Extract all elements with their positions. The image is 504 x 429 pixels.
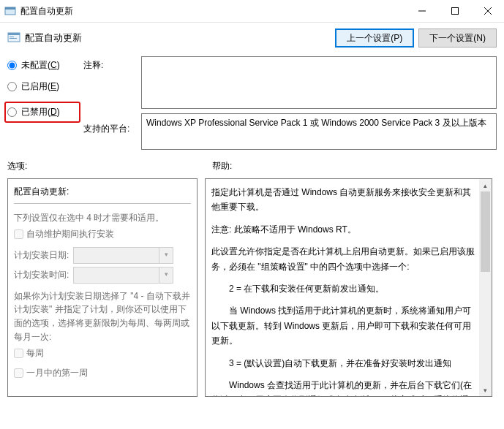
cb-first-week-row[interactable]: 一月中的第一周 (14, 366, 191, 380)
scroll-down-button[interactable]: ▾ (479, 384, 492, 396)
help-label: 帮助: (212, 160, 232, 172)
comment-textarea[interactable] (141, 56, 497, 109)
panes-container: 配置自动更新: 下列设置仅在选中 4 时才需要和适用。 自动维护期间执行安装 计… (0, 175, 504, 397)
cb-maintenance-row[interactable]: 自动维护期间执行安装 (14, 227, 191, 241)
options-note: 下列设置仅在选中 4 时才需要和适用。 (14, 211, 191, 225)
radio-not-configured-input[interactable] (7, 61, 17, 70)
options-pane: 配置自动更新: 下列设置仅在选中 4 时才需要和适用。 自动维护期间执行安装 计… (7, 178, 198, 397)
radio-not-configured-label: 未配置(C) (21, 59, 60, 72)
window-title: 配置自动更新 (20, 5, 405, 18)
next-setting-button[interactable]: 下一个设置(N) (418, 29, 497, 48)
help-content[interactable]: 指定此计算机是否通过 Windows 自动更新服务来接收安全更新和其他重要下载。… (206, 179, 492, 397)
field-inputs: Windows XP Professional Service Pack 1 或… (141, 56, 497, 150)
options-title: 配置自动更新: (14, 185, 191, 199)
radio-disabled-label: 已禁用(D) (21, 106, 60, 118)
cb-weekly-label: 每周 (26, 346, 44, 360)
options-separator (14, 203, 191, 204)
radio-group: 未配置(C) 已启用(E) 已禁用(D) (7, 56, 80, 150)
minimize-button[interactable] (405, 0, 438, 22)
sched-date-row: 计划安装日期: ▾ (14, 247, 191, 264)
cb-weekly (14, 349, 23, 358)
svg-rect-9 (10, 38, 17, 39)
cb-first-week-label: 一月中的第一周 (26, 366, 88, 380)
svg-rect-7 (8, 33, 20, 35)
cb-maintenance-label: 自动维护期间执行安装 (26, 227, 114, 241)
radio-not-configured[interactable]: 未配置(C) (7, 59, 80, 72)
options-desc: 如果你为计划安装日期选择了 "4 - 自动下载并计划安装" 并指定了计划，则你还… (14, 289, 191, 343)
radio-disabled-input[interactable] (7, 107, 17, 117)
top-config-grid: 未配置(C) 已启用(E) 已禁用(D) 注释: 支持的平台: Windows … (0, 56, 504, 150)
page-title: 配置自动更新 (25, 31, 331, 45)
scroll-thumb[interactable] (481, 191, 490, 272)
scroll-up-button[interactable]: ▴ (479, 179, 492, 191)
previous-setting-button[interactable]: 上一个设置(P) (335, 29, 414, 48)
radio-enabled-input[interactable] (7, 82, 17, 91)
comment-label: 注释: (83, 56, 138, 72)
close-button[interactable] (471, 0, 504, 22)
radio-disabled-highlight: 已禁用(D) (4, 102, 80, 123)
help-p3: 此设置允许你指定是否在此计算机上启用自动更新。如果已启用该服务，必须在 "组策略… (211, 244, 475, 274)
platform-text: Windows XP Professional Service Pack 1 或… (146, 118, 486, 128)
help-scrollbar[interactable]: ▴ ▾ (479, 179, 492, 396)
maximize-button[interactable] (438, 0, 471, 22)
help-p4: 2 = 在下载和安装任何更新前发出通知。 (211, 281, 475, 296)
cb-weekly-row[interactable]: 每周 (14, 346, 191, 360)
sched-time-row: 计划安装时间: ▾ (14, 267, 191, 284)
help-p7: Windows 会查找适用于此计算机的更新，并在后台下载它们(在此过程中，用户不… (211, 378, 475, 397)
sched-date-label: 计划安装日期: (14, 248, 69, 262)
supported-platforms-box[interactable]: Windows XP Professional Service Pack 1 或… (141, 113, 497, 150)
svg-rect-1 (5, 7, 15, 10)
cb-first-week (14, 368, 23, 378)
chevron-down-icon: ▾ (159, 267, 173, 283)
chevron-down-icon: ▾ (159, 248, 173, 263)
sched-time-label: 计划安装时间: (14, 268, 69, 282)
help-p6: 3 = (默认设置)自动下载更新，并在准备好安装时发出通知 (211, 356, 475, 371)
sched-time-select: ▾ (73, 267, 173, 284)
svg-rect-8 (10, 37, 14, 37)
policy-icon (7, 31, 20, 46)
radio-enabled[interactable]: 已启用(E) (7, 80, 80, 93)
help-p1: 指定此计算机是否通过 Windows 自动更新服务来接收安全更新和其他重要下载。 (211, 185, 475, 215)
radio-enabled-label: 已启用(E) (21, 80, 59, 93)
help-p5: 当 Windows 找到适用于此计算机的更新时，系统将通知用户可以下载更新。转到… (211, 303, 475, 348)
help-p2: 注意: 此策略不适用于 Windows RT。 (211, 222, 475, 237)
radio-disabled[interactable]: 已禁用(D) (7, 106, 60, 118)
header-row: 配置自动更新 上一个设置(P) 下一个设置(N) (0, 23, 504, 56)
field-labels: 注释: 支持的平台: (83, 56, 138, 150)
sched-date-select: ▾ (73, 247, 173, 264)
section-labels: 选项: 帮助: (0, 150, 504, 175)
options-label: 选项: (7, 160, 212, 172)
platform-label: 支持的平台: (83, 123, 138, 135)
app-icon (4, 5, 16, 17)
help-pane: 指定此计算机是否通过 Windows 自动更新服务来接收安全更新和其他重要下载。… (205, 178, 492, 397)
cb-maintenance (14, 229, 23, 239)
titlebar: 配置自动更新 (0, 0, 504, 23)
svg-rect-3 (451, 8, 458, 15)
